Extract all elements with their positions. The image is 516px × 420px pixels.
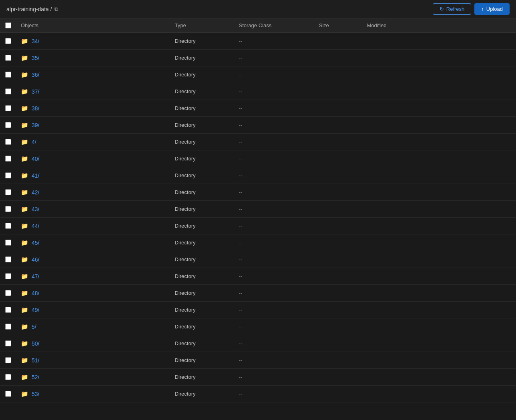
upload-button[interactable]: ↑ Upload (474, 3, 510, 15)
row-checkbox-cell[interactable] (0, 374, 16, 380)
row-name-link[interactable]: 52/ (32, 374, 39, 380)
row-checkbox[interactable] (5, 105, 11, 111)
row-name-link[interactable]: 53/ (32, 391, 39, 397)
row-checkbox[interactable] (5, 206, 11, 212)
row-checkbox[interactable] (5, 357, 11, 363)
row-name-link[interactable]: 37/ (32, 88, 39, 95)
row-checkbox[interactable] (5, 290, 11, 296)
row-checkbox-cell[interactable] (0, 256, 16, 262)
row-name-link[interactable]: 46/ (32, 256, 39, 263)
row-name-cell: 📁 4/ (16, 138, 170, 146)
row-name-link[interactable]: 40/ (32, 156, 39, 162)
table-row: 📁 37/ Directory -- (0, 83, 516, 100)
row-checkbox-cell[interactable] (0, 105, 16, 111)
row-checkbox-cell[interactable] (0, 189, 16, 195)
row-checkbox[interactable] (5, 156, 11, 162)
folder-icon: 📁 (21, 390, 28, 398)
column-size: Size (314, 22, 362, 28)
row-checkbox-cell[interactable] (0, 172, 16, 178)
row-checkbox-cell[interactable] (0, 156, 16, 162)
row-checkbox-cell[interactable] (0, 273, 16, 279)
row-checkbox[interactable] (5, 223, 11, 229)
row-name-link[interactable]: 47/ (32, 273, 39, 280)
row-name-link[interactable]: 35/ (32, 55, 39, 61)
row-checkbox-cell[interactable] (0, 72, 16, 78)
row-name-link[interactable]: 38/ (32, 105, 39, 112)
row-checkbox-cell[interactable] (0, 122, 16, 128)
select-all-checkbox[interactable] (5, 22, 11, 28)
row-storage-cell: -- (234, 206, 314, 212)
row-name-link[interactable]: 49/ (32, 307, 39, 313)
table-body: 📁 34/ Directory -- 📁 35/ Directory -- 📁 … (0, 33, 516, 402)
table-row: 📁 45/ Directory -- (0, 234, 516, 251)
row-type-cell: Directory (170, 139, 234, 145)
row-name-link[interactable]: 44/ (32, 223, 39, 229)
folder-icon: 📁 (21, 290, 28, 297)
row-checkbox[interactable] (5, 340, 11, 346)
row-checkbox[interactable] (5, 307, 11, 313)
row-checkbox[interactable] (5, 88, 11, 94)
row-checkbox-cell[interactable] (0, 324, 16, 330)
row-checkbox[interactable] (5, 391, 11, 397)
row-name-link[interactable]: 51/ (32, 357, 39, 364)
table-row: 📁 42/ Directory -- (0, 184, 516, 201)
row-name-link[interactable]: 34/ (32, 38, 39, 44)
row-checkbox[interactable] (5, 374, 11, 380)
row-checkbox-cell[interactable] (0, 139, 16, 145)
row-checkbox[interactable] (5, 324, 11, 330)
row-name-link[interactable]: 50/ (32, 340, 39, 347)
table-row: 📁 52/ Directory -- (0, 369, 516, 386)
folder-icon: 📁 (21, 206, 28, 213)
row-type-cell: Directory (170, 55, 234, 61)
row-checkbox[interactable] (5, 189, 11, 195)
row-name-cell: 📁 48/ (16, 290, 170, 297)
row-checkbox-cell[interactable] (0, 206, 16, 212)
table-header: Objects Type Storage Class Size Modified (0, 18, 516, 33)
row-name-link[interactable]: 41/ (32, 172, 39, 179)
refresh-button[interactable]: ↻ Refresh (433, 3, 472, 15)
row-name-link[interactable]: 36/ (32, 72, 39, 78)
refresh-icon: ↻ (440, 6, 444, 12)
row-checkbox-cell[interactable] (0, 340, 16, 346)
row-name-link[interactable]: 42/ (32, 189, 39, 196)
row-checkbox[interactable] (5, 55, 11, 61)
row-type-cell: Directory (170, 290, 234, 296)
row-name-link[interactable]: 5/ (32, 324, 36, 330)
folder-icon: 📁 (21, 54, 28, 62)
row-name-link[interactable]: 4/ (32, 139, 36, 145)
column-modified: Modified (362, 22, 516, 28)
row-name-link[interactable]: 39/ (32, 122, 39, 128)
row-name-cell: 📁 5/ (16, 323, 170, 330)
row-checkbox[interactable] (5, 273, 11, 279)
row-checkbox-cell[interactable] (0, 290, 16, 296)
row-type-cell: Directory (170, 324, 234, 330)
row-name-cell: 📁 53/ (16, 390, 170, 398)
row-checkbox-cell[interactable] (0, 55, 16, 61)
refresh-label: Refresh (446, 6, 465, 12)
row-checkbox-cell[interactable] (0, 240, 16, 246)
column-objects: Objects (16, 22, 170, 28)
copy-path-icon[interactable]: ⧉ (54, 6, 58, 12)
row-checkbox[interactable] (5, 240, 11, 246)
folder-icon: 📁 (21, 71, 28, 78)
row-checkbox[interactable] (5, 122, 11, 128)
row-checkbox[interactable] (5, 139, 11, 145)
row-checkbox-cell[interactable] (0, 88, 16, 94)
row-checkbox-cell[interactable] (0, 223, 16, 229)
row-checkbox[interactable] (5, 256, 11, 262)
row-name-link[interactable]: 48/ (32, 290, 39, 296)
row-type-cell: Directory (170, 357, 234, 363)
row-name-link[interactable]: 43/ (32, 206, 39, 212)
row-checkbox-cell[interactable] (0, 357, 16, 363)
row-name-link[interactable]: 45/ (32, 240, 39, 246)
row-checkbox[interactable] (5, 72, 11, 78)
row-name-cell: 📁 46/ (16, 256, 170, 263)
row-checkbox-cell[interactable] (0, 307, 16, 313)
table-row: 📁 44/ Directory -- (0, 218, 516, 234)
row-checkbox[interactable] (5, 38, 11, 44)
header-checkbox-cell[interactable] (0, 22, 16, 28)
row-checkbox[interactable] (5, 172, 11, 178)
row-checkbox-cell[interactable] (0, 391, 16, 397)
row-checkbox-cell[interactable] (0, 38, 16, 44)
row-type-cell: Directory (170, 206, 234, 212)
